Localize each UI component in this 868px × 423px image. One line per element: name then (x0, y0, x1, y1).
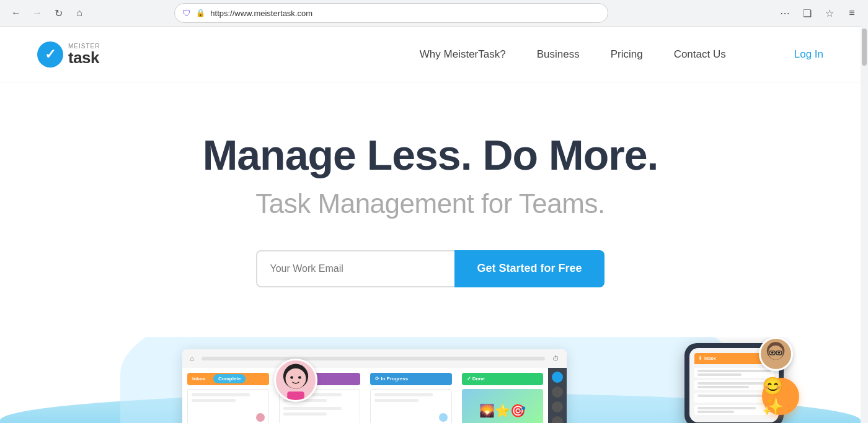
home-icon: ⌂ (190, 354, 194, 363)
phone-inbox-icon: ⬇ (698, 355, 702, 361)
col-header-progress: ⟳ In Progress (370, 373, 452, 385)
url-text: https://www.meistertask.com (210, 9, 600, 18)
phone-emoji-icon: 😊✨ (762, 378, 799, 415)
svg-point-4 (298, 376, 301, 379)
nav-business[interactable]: Business (537, 48, 580, 60)
pocket-button[interactable]: ❏ (799, 4, 816, 22)
home-button[interactable]: ⌂ (71, 4, 88, 22)
get-started-button[interactable]: Get Started for Free (454, 250, 604, 287)
back-button[interactable]: ← (7, 4, 25, 22)
menu-button[interactable]: ≡ (843, 4, 861, 22)
nav-why-meistertask[interactable]: Why MeisterTask? (420, 48, 506, 60)
more-options-button[interactable]: ⋯ (776, 4, 794, 22)
nav-contact-us[interactable]: Contact Us (674, 48, 726, 60)
logo-task-text: task (68, 50, 100, 66)
col-label-progress: ⟳ In Progress (375, 376, 408, 382)
forward-button[interactable]: → (29, 4, 46, 22)
dashboard-preview: Complete ⌂ ⏱ Inbox (0, 337, 861, 423)
svg-rect-2 (287, 391, 304, 400)
bookmark-button[interactable]: ☆ (821, 4, 838, 22)
hero-headline: Manage Less. Do More. (12, 132, 848, 178)
hero-section: Manage Less. Do More. Task Management fo… (0, 82, 861, 325)
lock-icon: 🔒 (196, 9, 205, 17)
logo[interactable]: ✓ meister task (37, 41, 100, 68)
complete-badge: Complete (213, 374, 246, 383)
board-sidebar-strip (548, 368, 567, 423)
col-label-inbox: Inbox (192, 376, 205, 382)
logo-icon: ✓ (37, 41, 63, 68)
svg-point-3 (290, 376, 293, 379)
shield-icon: 🛡 (182, 8, 191, 18)
email-input[interactable] (256, 250, 454, 287)
phone-inbox-label: Inbox (704, 356, 716, 360)
login-button[interactable]: Log In (794, 48, 823, 60)
board-col-done: ✓ Done 🌄⭐🎯 (457, 368, 549, 423)
scrollbar-track[interactable] (861, 26, 868, 423)
board-window: ⌂ ⏱ Inbox (182, 349, 567, 423)
svg-point-10 (771, 351, 774, 354)
scrollbar-thumb[interactable] (862, 28, 867, 66)
hero-cta-form: Get Started for Free (244, 250, 616, 287)
address-bar[interactable]: 🛡 🔒 https://www.meistertask.com (174, 3, 608, 23)
board-col-progress: ⟳ In Progress (365, 368, 457, 423)
task-card-1 (187, 389, 269, 423)
phone-mockup: ⬇ Inbox (684, 343, 784, 423)
svg-point-11 (778, 351, 781, 354)
browser-chrome: ← → ↻ ⌂ 🛡 🔒 https://www.meistertask.com … (0, 0, 868, 27)
svg-point-1 (286, 368, 306, 389)
col-header-done: ✓ Done (462, 373, 544, 385)
phone-user-avatar (759, 337, 793, 371)
col-label-done: ✓ Done (467, 376, 485, 382)
task-card-progress-1 (370, 389, 452, 423)
avatar-girl (274, 359, 324, 408)
app-mockup: Complete ⌂ ⏱ Inbox (182, 337, 678, 423)
clock-icon: ⏱ (552, 355, 559, 362)
board-topbar: ⌂ ⏱ (182, 349, 567, 368)
hero-subheadline: Task Management for Teams. (12, 188, 848, 219)
reload-button[interactable]: ↻ (50, 4, 67, 22)
nav-pricing[interactable]: Pricing (611, 48, 643, 60)
task-card-done-1: 🌄⭐🎯 (462, 389, 544, 423)
navbar: ✓ meister task Why MeisterTask? Business… (0, 27, 861, 82)
